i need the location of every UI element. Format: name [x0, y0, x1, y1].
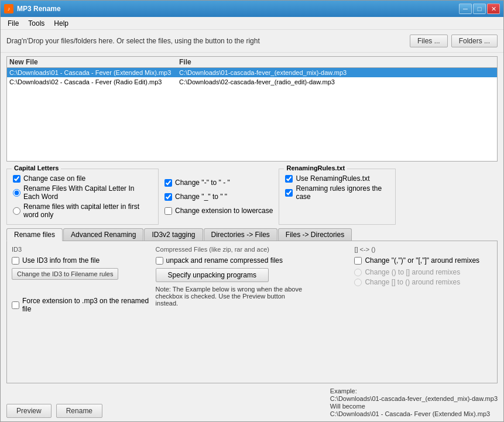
renaming-rules-title: RenamingRules.txt: [284, 164, 347, 171]
window-title: MP3 Rename: [17, 5, 61, 13]
bottom-section: Preview Rename Example: C:\Downloads\01-…: [1, 383, 503, 421]
change-remix-checkbox[interactable]: [354, 257, 362, 265]
capital-letters-group: Capital Letters Change case on file Rena…: [6, 169, 159, 225]
change-dash-checkbox[interactable]: [164, 179, 172, 187]
id3-column: ID3 Use ID3 info from the file Change th…: [12, 246, 150, 378]
menu-bar: File Tools Help: [1, 17, 503, 30]
file-cell: C:\Downloads\02-cascada-fever_(radio_edi…: [179, 78, 495, 85]
specify-programs-button[interactable]: Specify unpacking programs: [156, 268, 269, 282]
change-id3-button[interactable]: Change the ID3 to Filename rules: [12, 268, 118, 280]
menu-tools[interactable]: Tools: [23, 18, 49, 29]
id3-title: ID3: [12, 246, 150, 253]
change-to-round-label: Change [] to () around remixes: [365, 278, 460, 286]
menu-file[interactable]: File: [3, 18, 23, 29]
rename-first-word-row: Rename files with capital letter in firs…: [13, 203, 152, 219]
new-file-header: New File: [9, 58, 179, 66]
tabs-section: Rename files Advanced Renaming ID3v2 tag…: [6, 228, 498, 383]
options-section: Capital Letters Change case on file Rena…: [1, 165, 503, 228]
change-options-group: Change "-" to " - " Change "_" to " " Ch…: [164, 169, 273, 225]
file-cell: C:\Downloads\01-cascada-fever_(extended_…: [179, 69, 495, 76]
change-dash-row: Change "-" to " - ": [164, 179, 273, 187]
table-row[interactable]: C:\Downloads\01 - Cascada - Fever (Exten…: [7, 68, 497, 77]
file-list-header: New File File: [7, 57, 497, 68]
change-remix-row: Change "(,")" or "[,"]" around remixes: [354, 256, 492, 265]
rename-each-word-row: Rename Files With Capital Letter In Each…: [13, 184, 152, 201]
rename-each-word-label: Rename Files With Capital Letter In Each…: [23, 184, 152, 201]
close-button[interactable]: ✕: [487, 4, 500, 14]
change-to-square-row: Change () to [] around remixes: [354, 268, 492, 276]
title-bar-left: ♪ MP3 Rename: [4, 4, 61, 13]
app-icon: ♪: [4, 4, 13, 13]
renaming-rules-ignores-checkbox[interactable]: [285, 189, 293, 197]
capital-letters-title: Capital Letters: [12, 164, 61, 171]
use-renaming-rules-checkbox[interactable]: [285, 175, 293, 183]
unpack-label: unpack and rename compressed files: [166, 256, 283, 265]
use-id3-row: Use ID3 info from the file: [12, 256, 150, 265]
change-underscore-checkbox[interactable]: [164, 193, 172, 201]
example-original: C:\Downloads\01-cascada-fever_(extended_…: [330, 395, 498, 402]
use-id3-checkbox[interactable]: [12, 257, 19, 265]
force-ext-label: Force extension to .mp3 on the renamed f…: [22, 297, 150, 313]
tab-bar: Rename files Advanced Renaming ID3v2 tag…: [6, 228, 498, 241]
use-renaming-rules-row: Use RenamingRules.txt: [285, 174, 389, 183]
change-to-square-label: Change () to [] around remixes: [365, 268, 460, 276]
new-file-cell: C:\Downloads\02 - Cascada - Fever (Radio…: [9, 78, 179, 85]
unpack-row: unpack and rename compressed files: [156, 256, 349, 265]
files-button[interactable]: Files ...: [410, 35, 448, 47]
change-to-square-radio[interactable]: [354, 269, 362, 276]
unpack-checkbox[interactable]: [156, 257, 163, 265]
rename-first-word-radio[interactable]: [13, 207, 20, 215]
change-case-row: Change case on file: [13, 174, 152, 183]
action-buttons: Preview Rename: [6, 404, 102, 418]
file-header: File: [179, 58, 191, 66]
folders-button[interactable]: Folders ...: [451, 35, 498, 47]
drag-drop-bar: Drag'n'Drop your files/folders here. Or …: [1, 30, 503, 53]
tab-content-inner: ID3 Use ID3 info from the file Change th…: [12, 246, 492, 378]
compressed-title: Compressed Files (like zip, rar and ace): [156, 246, 349, 253]
file-list: New File File C:\Downloads\01 - Cascada …: [6, 56, 498, 162]
rename-button[interactable]: Rename: [56, 404, 102, 418]
drag-drop-text: Drag'n'Drop your files/folders here. Or …: [6, 37, 260, 45]
minimize-button[interactable]: ─: [459, 4, 472, 14]
renaming-rules-ignores-row: Renaming rules ignores the case: [285, 184, 389, 201]
change-extension-label: Change extension to lowercase: [175, 207, 273, 215]
remix-title: [] <-> (): [354, 246, 492, 253]
new-file-cell: C:\Downloads\01 - Cascada - Fever (Exten…: [9, 69, 179, 76]
rename-each-word-radio[interactable]: [13, 189, 20, 197]
change-extension-row: Change extension to lowercase: [164, 207, 273, 215]
tab-rename-files[interactable]: Rename files: [6, 228, 63, 241]
change-dash-label: Change "-" to " - ": [175, 179, 230, 187]
tab-id3v2-tagging[interactable]: ID3v2 tagging: [144, 228, 203, 241]
change-extension-checkbox[interactable]: [164, 207, 172, 215]
menu-help[interactable]: Help: [49, 18, 73, 29]
tab-directories-files[interactable]: Directories -> Files: [204, 228, 277, 241]
change-to-round-row: Change [] to () around remixes: [354, 278, 492, 286]
main-window: ♪ MP3 Rename ─ □ ✕ File Tools Help Drag'…: [0, 0, 504, 422]
tab-advanced-renaming[interactable]: Advanced Renaming: [63, 228, 143, 241]
title-controls: ─ □ ✕: [459, 4, 500, 14]
use-id3-label: Use ID3 info from the file: [22, 256, 100, 265]
compressed-column: Compressed Files (like zip, rar and ace)…: [156, 246, 349, 378]
example-result: C:\Downloads\01 - Cascada- Fever (Extend…: [330, 410, 498, 417]
tab-files-directories[interactable]: Files -> Directories: [278, 228, 352, 241]
preview-button[interactable]: Preview: [6, 404, 52, 418]
change-remix-label: Change "(,")" or "[,"]" around remixes: [365, 256, 479, 265]
maximize-button[interactable]: □: [473, 4, 486, 14]
renaming-rules-ignores-label: Renaming rules ignores the case: [296, 184, 389, 201]
remix-column: [] <-> () Change "(,")" or "[,"]" around…: [354, 246, 492, 378]
force-ext-row: Force extension to .mp3 on the renamed f…: [12, 297, 150, 313]
rename-first-word-label: Rename files with capital letter in firs…: [23, 203, 152, 219]
change-case-checkbox[interactable]: [13, 175, 20, 183]
example-label: Example:: [330, 387, 498, 394]
table-row[interactable]: C:\Downloads\02 - Cascada - Fever (Radio…: [7, 77, 497, 87]
force-ext-checkbox[interactable]: [12, 301, 19, 309]
example-section: Example: C:\Downloads\01-cascada-fever_(…: [330, 387, 498, 418]
use-renaming-rules-label: Use RenamingRules.txt: [296, 174, 369, 183]
change-underscore-label: Change "_" to " ": [175, 193, 227, 201]
tab-content: ID3 Use ID3 info from the file Change th…: [6, 241, 498, 383]
change-to-round-radio[interactable]: [354, 279, 362, 286]
example-will-become: Will become: [330, 403, 498, 410]
drag-drop-buttons: Files ... Folders ...: [410, 35, 498, 47]
change-underscore-row: Change "_" to " ": [164, 193, 273, 201]
file-list-body: C:\Downloads\01 - Cascada - Fever (Exten…: [7, 68, 497, 159]
